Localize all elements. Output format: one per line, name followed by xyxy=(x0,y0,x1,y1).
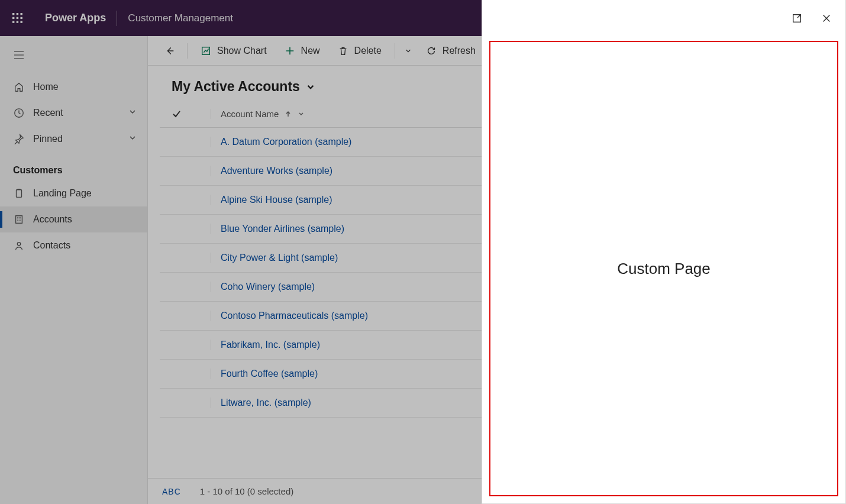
custom-page-frame: Custom Page xyxy=(489,41,838,496)
close-panel-button[interactable] xyxy=(818,10,835,27)
expand-panel-button[interactable] xyxy=(789,10,805,27)
panel-body: Custom Page xyxy=(482,36,845,503)
side-panel: Custom Page xyxy=(482,0,846,504)
panel-header xyxy=(482,0,845,36)
close-icon xyxy=(821,13,832,24)
expand-icon xyxy=(792,13,802,24)
custom-page-title: Custom Page xyxy=(617,260,711,278)
